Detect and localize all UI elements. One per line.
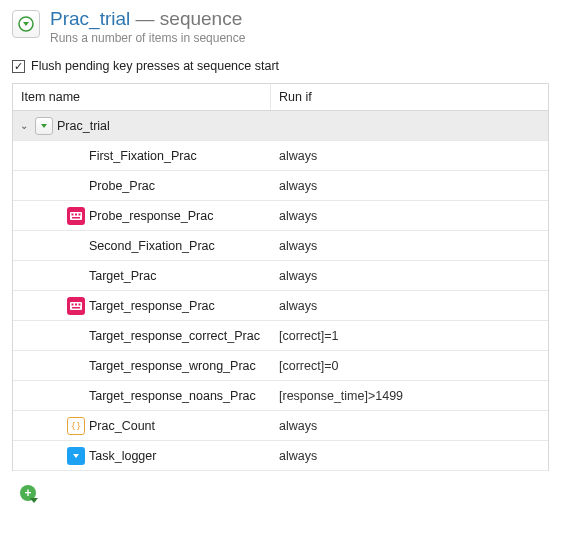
tree-item-label: Target_response_noans_Prac xyxy=(89,389,256,403)
tree-child-row[interactable]: Target_response_correct_Prac[correct]=1 xyxy=(13,321,548,351)
tree-child-row[interactable]: Probe_response_Pracalways xyxy=(13,201,548,231)
tree-item-runif[interactable]: [correct]=1 xyxy=(271,329,548,343)
column-header-runif[interactable]: Run if xyxy=(271,84,548,110)
tree-child-row[interactable]: Task_loggeralways xyxy=(13,441,548,471)
tree-item-runif[interactable]: always xyxy=(271,299,548,313)
tree-item-label: Task_logger xyxy=(89,449,156,463)
expand-toggle-icon[interactable]: ⌄ xyxy=(17,120,31,131)
tree-item-label: Target_response_wrong_Prac xyxy=(89,359,256,373)
sketchpad-icon xyxy=(67,147,85,165)
tree-child-row[interactable]: Target_response_noans_Prac[response_time… xyxy=(13,381,548,411)
sequence-icon xyxy=(12,10,40,38)
svg-rect-3 xyxy=(75,213,77,215)
tree-item-label: Target_Prac xyxy=(89,269,156,283)
svg-rect-5 xyxy=(72,217,80,219)
tree-child-row[interactable]: Target_response_Pracalways xyxy=(13,291,548,321)
svg-rect-1 xyxy=(70,212,82,220)
sketchpad-icon xyxy=(67,357,85,375)
keyboard-response-icon xyxy=(67,297,85,315)
flush-checkbox[interactable]: ✓ xyxy=(12,60,25,73)
add-item-button[interactable]: + xyxy=(20,485,36,501)
tree-child-row[interactable]: Second_Fixation_Pracalways xyxy=(13,231,548,261)
svg-rect-2 xyxy=(72,213,74,215)
sketchpad-icon xyxy=(67,327,85,345)
editor-subtitle: Runs a number of items in sequence xyxy=(50,31,245,45)
tree-item-runif[interactable]: always xyxy=(271,269,548,283)
editor-title: Prac_trial — sequence xyxy=(50,8,245,30)
sketchpad-icon xyxy=(67,267,85,285)
tree-item-label: First_Fixation_Prac xyxy=(89,149,197,163)
tree-item-label: Target_response_Prac xyxy=(89,299,215,313)
sketchpad-icon xyxy=(67,177,85,195)
flush-checkbox-label: Flush pending key presses at sequence st… xyxy=(31,59,279,73)
sequence-tree: ⌄ Prac_trial First_Fixation_PracalwaysPr… xyxy=(13,111,548,471)
sequence-table: Item name Run if ⌄ Prac_trial First_Fixa… xyxy=(12,83,549,471)
flush-checkbox-row[interactable]: ✓ Flush pending key presses at sequence … xyxy=(0,55,561,83)
tree-child-row[interactable]: {}Prac_Countalways xyxy=(13,411,548,441)
sketchpad-icon xyxy=(67,237,85,255)
tree-item-label: Target_response_correct_Prac xyxy=(89,329,260,343)
tree-item-runif[interactable]: [correct]=0 xyxy=(271,359,548,373)
svg-rect-7 xyxy=(72,303,74,305)
tree-item-label: Probe_response_Prac xyxy=(89,209,213,223)
svg-rect-6 xyxy=(70,302,82,310)
tree-item-runif[interactable]: always xyxy=(271,449,548,463)
tree-child-row[interactable]: First_Fixation_Pracalways xyxy=(13,141,548,171)
svg-rect-4 xyxy=(79,213,81,215)
tree-child-row[interactable]: Probe_Pracalways xyxy=(13,171,548,201)
logger-icon xyxy=(67,447,85,465)
keyboard-response-icon xyxy=(67,207,85,225)
tree-root-row[interactable]: ⌄ Prac_trial xyxy=(13,111,548,141)
tree-root-label: Prac_trial xyxy=(57,119,110,133)
item-type-title: — sequence xyxy=(130,8,242,29)
svg-rect-10 xyxy=(72,307,80,309)
tree-item-runif[interactable]: always xyxy=(271,209,548,223)
tree-item-label: Prac_Count xyxy=(89,419,155,433)
svg-rect-9 xyxy=(79,303,81,305)
column-header-name[interactable]: Item name xyxy=(13,84,271,110)
table-header: Item name Run if xyxy=(13,84,548,111)
tree-child-row[interactable]: Target_response_wrong_Prac[correct]=0 xyxy=(13,351,548,381)
tree-item-runif[interactable]: always xyxy=(271,239,548,253)
tree-item-label: Probe_Prac xyxy=(89,179,155,193)
svg-text:{}: {} xyxy=(71,421,82,431)
tree-item-runif[interactable]: always xyxy=(271,179,548,193)
tree-item-label: Second_Fixation_Prac xyxy=(89,239,215,253)
tree-item-runif[interactable]: always xyxy=(271,419,548,433)
item-name-title: Prac_trial xyxy=(50,8,130,29)
sketchpad-icon xyxy=(67,387,85,405)
tree-item-runif[interactable]: [response_time]>1499 xyxy=(271,389,548,403)
inline-script-icon: {} xyxy=(67,417,85,435)
sequence-item-icon xyxy=(35,117,53,135)
svg-rect-8 xyxy=(75,303,77,305)
editor-header: Prac_trial — sequence Runs a number of i… xyxy=(0,0,561,55)
tree-child-row[interactable]: Target_Pracalways xyxy=(13,261,548,291)
tree-item-runif[interactable]: always xyxy=(271,149,548,163)
